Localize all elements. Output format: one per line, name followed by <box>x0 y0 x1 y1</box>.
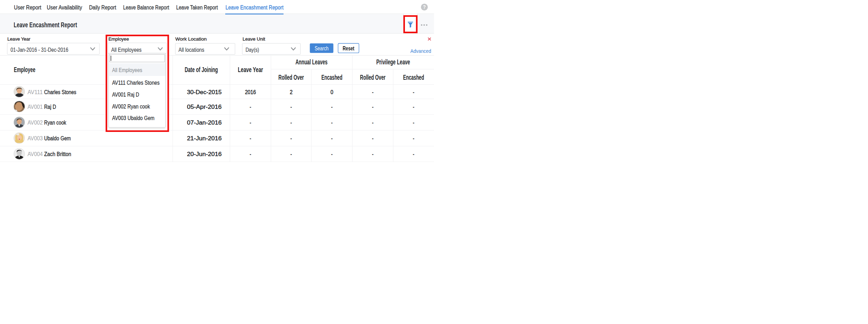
svg-text:AV004: AV004 <box>28 151 43 157</box>
svg-text:0: 0 <box>331 89 333 95</box>
svg-text:Leave Encashment Report: Leave Encashment Report <box>226 5 284 10</box>
svg-text:Encashed: Encashed <box>403 73 424 81</box>
svg-text:Day(s): Day(s) <box>246 47 259 53</box>
svg-text:Leave Encashment Report: Leave Encashment Report <box>14 21 77 29</box>
svg-text:Leave Balance Report: Leave Balance Report <box>123 5 170 10</box>
svg-text:All locations: All locations <box>179 47 205 53</box>
svg-text:Search: Search <box>315 45 329 52</box>
svg-text:07-Jan-2016: 07-Jan-2016 <box>187 119 222 126</box>
svg-text:Work Location: Work Location <box>175 36 207 42</box>
svg-text:AV111: AV111 <box>28 89 43 95</box>
svg-text:-: - <box>372 151 373 157</box>
svg-text:-: - <box>290 119 292 126</box>
svg-text:-: - <box>413 119 414 126</box>
svg-text:2: 2 <box>290 89 292 95</box>
svg-text:-: - <box>250 104 251 110</box>
svg-text:Employee: Employee <box>109 36 129 42</box>
svg-text:Raj D: Raj D <box>44 104 56 110</box>
svg-text:-: - <box>331 119 332 126</box>
svg-text:-: - <box>331 104 332 110</box>
svg-text:Daily Report: Daily Report <box>89 5 116 10</box>
svg-text:-: - <box>413 89 414 95</box>
svg-text:AV001: AV001 <box>28 104 43 110</box>
svg-text:-: - <box>250 135 251 141</box>
svg-text:-: - <box>413 151 414 157</box>
svg-text:-: - <box>413 135 414 141</box>
svg-text:01-Jan-2016 - 31-Dec-2016: 01-Jan-2016 - 31-Dec-2016 <box>11 47 68 53</box>
svg-text:Leave Unit: Leave Unit <box>243 36 266 42</box>
svg-text:Reset: Reset <box>343 45 354 52</box>
svg-text:05-Apr-2016: 05-Apr-2016 <box>187 104 222 110</box>
svg-text:Leave Taken Report: Leave Taken Report <box>176 5 218 10</box>
svg-text:20-Jun-2016: 20-Jun-2016 <box>187 151 222 157</box>
svg-text:AV002 Ryan cook: AV002 Ryan cook <box>112 103 150 110</box>
svg-text:Rolled Over: Rolled Over <box>360 73 386 81</box>
svg-text:-: - <box>290 104 292 110</box>
svg-text:Date of Joining: Date of Joining <box>185 66 218 73</box>
svg-text:-: - <box>331 135 332 141</box>
svg-text:AV003: AV003 <box>28 135 43 141</box>
svg-text:Annual Leaves: Annual Leaves <box>295 58 328 66</box>
svg-text:Privilege Leave: Privilege Leave <box>376 58 410 66</box>
svg-text:AV003 Ubaldo Gem: AV003 Ubaldo Gem <box>112 115 154 121</box>
svg-text:Advanced: Advanced <box>411 48 431 54</box>
svg-text:-: - <box>372 104 373 110</box>
svg-text:Leave Year: Leave Year <box>7 36 30 42</box>
svg-text:Ubaldo Gem: Ubaldo Gem <box>44 135 71 141</box>
svg-text:Encashed: Encashed <box>322 73 343 81</box>
svg-text:-: - <box>250 119 251 126</box>
svg-text:-: - <box>372 89 373 95</box>
svg-text:-: - <box>290 135 292 141</box>
svg-text:-: - <box>250 151 251 157</box>
svg-text:Employee: Employee <box>14 66 36 73</box>
svg-text:Zach Britton: Zach Britton <box>44 151 71 157</box>
svg-text:2016: 2016 <box>245 89 256 95</box>
svg-text:All Employees: All Employees <box>111 47 142 53</box>
svg-text:Leave Year: Leave Year <box>238 66 263 73</box>
svg-text:All Employees: All Employees <box>112 67 142 73</box>
svg-text:AV111 Charles Stones: AV111 Charles Stones <box>112 79 160 86</box>
svg-text:-: - <box>372 135 373 141</box>
svg-text:-: - <box>331 151 332 157</box>
svg-text:User Availability: User Availability <box>47 5 82 10</box>
svg-text:Rolled Over: Rolled Over <box>278 73 304 81</box>
svg-text:Charles Stones: Charles Stones <box>44 89 76 95</box>
svg-text:-: - <box>413 104 414 110</box>
svg-text:-: - <box>290 151 292 157</box>
svg-text:-: - <box>372 119 373 126</box>
svg-text:21-Jun-2016: 21-Jun-2016 <box>187 135 222 141</box>
svg-text:30-Dec-2015: 30-Dec-2015 <box>187 89 222 95</box>
svg-text:AV002: AV002 <box>28 119 43 126</box>
svg-text:Ryan cook: Ryan cook <box>44 119 67 126</box>
svg-text:AV001 Raj D: AV001 Raj D <box>112 91 139 98</box>
svg-text:User Report: User Report <box>14 5 42 10</box>
svg-text:?: ? <box>423 4 426 10</box>
